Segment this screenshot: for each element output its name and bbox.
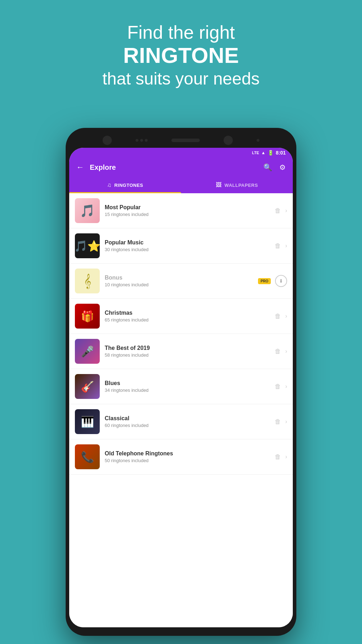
item-subtitle: 65 ringtones included xyxy=(105,317,270,323)
tab-ringtones-label: RINGTONES xyxy=(114,183,143,188)
sensor-dot xyxy=(145,139,148,142)
delete-button[interactable]: 🗑 xyxy=(275,418,281,426)
app-title: Explore xyxy=(90,163,116,172)
item-title: Old Telephone Ringtones xyxy=(105,450,270,457)
list-item[interactable]: 𝄞 Bonus 10 ringtones included PRO ⬇ xyxy=(69,264,293,299)
item-content: Old Telephone Ringtones 50 ringtones inc… xyxy=(105,450,270,463)
item-thumbnail: 𝄞 xyxy=(75,269,100,293)
item-thumbnail: 🎸 xyxy=(75,374,100,399)
item-actions: PRO ⬇ xyxy=(258,275,287,287)
item-subtitle: 10 ringtones included xyxy=(105,282,253,287)
camera-icon xyxy=(103,136,112,145)
item-title: Classical xyxy=(105,415,270,422)
item-subtitle: 34 ringtones included xyxy=(105,388,270,393)
item-subtitle: 15 ringtones included xyxy=(105,212,270,217)
item-title: Bonus xyxy=(105,275,253,281)
item-thumbnail: 🎹 xyxy=(75,409,100,434)
app-bar-right: 🔍 ⚙ xyxy=(263,163,286,172)
item-subtitle: 60 ringtones included xyxy=(105,423,270,428)
item-subtitle: 30 ringtones included xyxy=(105,247,270,252)
sensor-dot xyxy=(140,139,143,142)
item-thumbnail: 🎵 xyxy=(75,198,100,223)
item-content: Popular Music 30 ringtones included xyxy=(105,239,270,252)
chevron-right-icon: › xyxy=(285,454,287,460)
status-time: 8:01 xyxy=(276,150,286,156)
hero-section: Find the right RINGTONE that suits your … xyxy=(0,14,362,97)
item-content: The Best of 2019 58 ringtones included xyxy=(105,345,270,358)
list-item[interactable]: 🎁 Christmas 65 ringtones included 🗑 › xyxy=(69,299,293,334)
hero-line3: that suits your needs xyxy=(7,68,355,90)
chevron-right-icon: › xyxy=(285,243,287,249)
image-icon: 🖼 xyxy=(216,182,222,188)
item-title: Popular Music xyxy=(105,239,270,246)
tab-wallpapers-label: WALLPAPERS xyxy=(225,183,258,188)
search-button[interactable]: 🔍 xyxy=(263,163,272,172)
item-actions: 🗑 › xyxy=(275,348,287,355)
list-item[interactable]: 🎹 Classical 60 ringtones included 🗑 › xyxy=(69,404,293,439)
tab-wallpapers[interactable]: 🖼 WALLPAPERS xyxy=(181,177,293,193)
item-actions: 🗑 › xyxy=(275,383,287,390)
sensor-dot xyxy=(257,139,259,142)
item-actions: 🗑 › xyxy=(275,313,287,320)
phone-frame: LTE ▲ 🔋 8:01 ← Explore 🔍 ⚙ ♫ RINGTONES 🖼 xyxy=(66,128,296,636)
chevron-right-icon: › xyxy=(285,383,287,390)
ringtone-list: 🎵 Most Popular 15 ringtones included 🗑 ›… xyxy=(69,193,293,627)
item-title: The Best of 2019 xyxy=(105,345,270,351)
item-title: Christmas xyxy=(105,310,270,316)
item-title: Blues xyxy=(105,380,270,386)
item-thumbnail: 🎁 xyxy=(75,304,100,329)
hero-line2: RINGTONE xyxy=(7,43,355,67)
list-item[interactable]: 🎸 Blues 34 ringtones included 🗑 › xyxy=(69,369,293,404)
item-actions: 🗑 › xyxy=(275,453,287,461)
item-content: Blues 34 ringtones included xyxy=(105,380,270,393)
signal-icon: ▲ xyxy=(261,150,265,155)
item-subtitle: 58 ringtones included xyxy=(105,352,270,358)
battery-icon: 🔋 xyxy=(268,150,274,156)
delete-button[interactable]: 🗑 xyxy=(275,207,281,215)
download-button[interactable]: ⬇ xyxy=(275,275,287,287)
item-content: Most Popular 15 ringtones included xyxy=(105,204,270,217)
item-content: Bonus 10 ringtones included xyxy=(105,275,253,287)
status-bar: LTE ▲ 🔋 8:01 xyxy=(69,148,293,158)
item-title: Most Popular xyxy=(105,204,270,211)
tab-ringtones[interactable]: ♫ RINGTONES xyxy=(69,177,181,193)
item-subtitle: 50 ringtones included xyxy=(105,458,270,463)
delete-button[interactable]: 🗑 xyxy=(275,348,281,355)
item-thumbnail: 📞 xyxy=(75,444,100,469)
pro-badge: PRO xyxy=(258,278,271,284)
delete-button[interactable]: 🗑 xyxy=(275,453,281,461)
item-content: Classical 60 ringtones included xyxy=(105,415,270,428)
app-bar-left: ← Explore xyxy=(76,163,116,172)
tab-bar: ♫ RINGTONES 🖼 WALLPAPERS xyxy=(69,177,293,193)
phone-screen: LTE ▲ 🔋 8:01 ← Explore 🔍 ⚙ ♫ RINGTONES 🖼 xyxy=(69,148,293,627)
app-bar: ← Explore 🔍 ⚙ xyxy=(69,158,293,177)
item-actions: 🗑 › xyxy=(275,418,287,426)
list-item[interactable]: 🎵 Most Popular 15 ringtones included 🗑 › xyxy=(69,193,293,228)
chevron-right-icon: › xyxy=(285,313,287,319)
music-icon: ♫ xyxy=(107,182,111,188)
back-button[interactable]: ← xyxy=(76,163,84,172)
speaker xyxy=(171,139,200,142)
chevron-right-icon: › xyxy=(285,348,287,355)
sensor-dot xyxy=(136,139,138,142)
list-item[interactable]: 📞 Old Telephone Ringtones 50 ringtones i… xyxy=(69,439,293,475)
delete-button[interactable]: 🗑 xyxy=(275,242,281,250)
list-item[interactable]: 🎵⭐ Popular Music 30 ringtones included 🗑… xyxy=(69,228,293,264)
front-camera-icon xyxy=(224,136,233,145)
list-item[interactable]: 🎤 The Best of 2019 58 ringtones included… xyxy=(69,334,293,369)
lte-indicator: LTE xyxy=(252,151,259,155)
item-content: Christmas 65 ringtones included xyxy=(105,310,270,323)
sensors xyxy=(136,139,148,142)
item-actions: 🗑 › xyxy=(275,242,287,250)
hero-line1: Find the right xyxy=(7,21,355,43)
phone-notch xyxy=(69,131,293,148)
item-actions: 🗑 › xyxy=(275,207,287,215)
delete-button[interactable]: 🗑 xyxy=(275,383,281,390)
item-thumbnail: 🎵⭐ xyxy=(75,233,100,258)
item-thumbnail: 🎤 xyxy=(75,339,100,364)
delete-button[interactable]: 🗑 xyxy=(275,313,281,320)
chevron-right-icon: › xyxy=(285,207,287,214)
settings-button[interactable]: ⚙ xyxy=(279,163,286,172)
chevron-right-icon: › xyxy=(285,418,287,425)
